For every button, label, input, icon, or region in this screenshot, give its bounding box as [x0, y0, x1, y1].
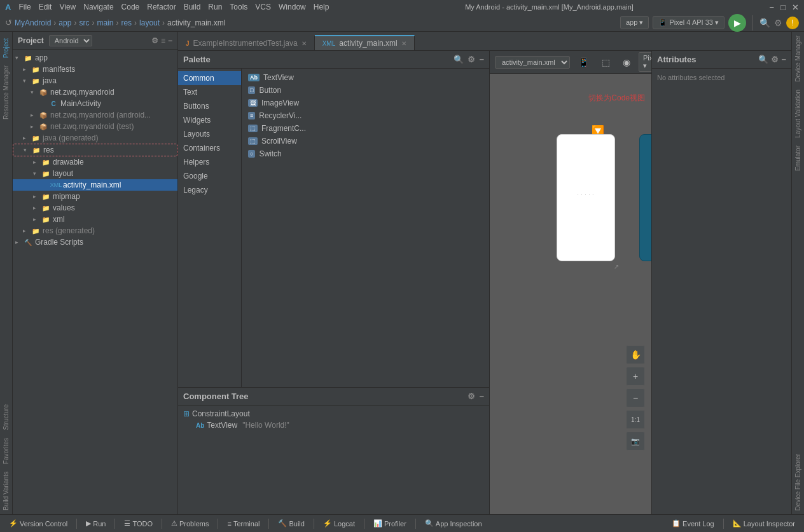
device-dropdown[interactable]: 📱 Pixel 4 API 33 ▾: [653, 16, 724, 29]
palette-search-icon[interactable]: 🔍: [454, 55, 464, 64]
design-toolbar-render-icon[interactable]: ◉: [618, 55, 635, 69]
attr-minimize-icon[interactable]: −: [781, 55, 786, 64]
menu-help[interactable]: Help: [314, 3, 329, 12]
notifications-icon[interactable]: !: [786, 17, 799, 29]
tree-item-activity-main-xml[interactable]: ▸ XML activity_main.xml: [13, 179, 177, 191]
screenshot-btn[interactable]: 📷: [626, 432, 645, 451]
tab-activity-main[interactable]: XML activity_main.xml ✕: [315, 35, 415, 50]
tree-item-gradle[interactable]: ▸ 🔨 Gradle Scripts: [13, 236, 177, 248]
bottom-version-control[interactable]: ⚡ Version Control: [5, 518, 71, 529]
comp-tree-textview[interactable]: Ab TextView "Hello World!": [183, 419, 484, 431]
palette-cat-buttons[interactable]: Buttons: [178, 99, 241, 113]
palette-minimize-icon[interactable]: −: [479, 55, 484, 64]
palette-item-button[interactable]: □ Button: [244, 84, 487, 97]
menu-view[interactable]: View: [59, 3, 76, 12]
palette-settings-icon[interactable]: ⚙: [468, 55, 475, 64]
run-button[interactable]: ▶: [728, 14, 746, 32]
zoom-in-btn[interactable]: +: [626, 367, 645, 386]
collapse-icon[interactable]: −: [168, 36, 172, 45]
palette-item-switch[interactable]: ○ Switch: [244, 147, 487, 160]
minimize-btn[interactable]: −: [770, 3, 775, 12]
bottom-run[interactable]: ▶ Run: [82, 518, 109, 529]
palette-item-scrollview[interactable]: ⬚ ScrollView: [244, 135, 487, 147]
menu-run[interactable]: Run: [208, 3, 222, 12]
tab-close-btn-2[interactable]: ✕: [401, 40, 406, 47]
device-file-explorer-toggle[interactable]: Device File Explorer: [793, 450, 803, 514]
menu-file[interactable]: File: [18, 3, 31, 12]
tree-item-res-generated[interactable]: ▸ 📁 res (generated): [13, 225, 177, 236]
comp-tree-settings-icon[interactable]: ⚙: [468, 392, 475, 401]
menu-edit[interactable]: Edit: [39, 3, 52, 12]
cog-icon[interactable]: ⚙: [151, 36, 158, 45]
tree-item-java[interactable]: ▾ 📁 java: [13, 75, 177, 86]
palette-cat-helpers[interactable]: Helpers: [178, 155, 241, 169]
back-icon[interactable]: ↺: [5, 18, 12, 27]
menu-tools[interactable]: Tools: [230, 3, 247, 12]
bottom-todo[interactable]: ☰ TODO: [120, 518, 156, 529]
tab-example-test[interactable]: J ExampleInstrumentedTest.java ✕: [178, 36, 315, 50]
tree-item-values[interactable]: ▸ 📁 values: [13, 202, 177, 214]
search-icon[interactable]: 🔍: [759, 18, 770, 28]
panel-header-actions[interactable]: ⚙ ≡ −: [151, 36, 172, 45]
palette-cat-containers[interactable]: Containers: [178, 141, 241, 155]
tree-item-package-android[interactable]: ▸ 📦 net.zwq.myandroid (android...: [13, 109, 177, 121]
breadcrumb-main[interactable]: main: [97, 18, 113, 27]
project-panel-toggle[interactable]: Project: [1, 34, 11, 62]
breadcrumb-src[interactable]: src: [79, 18, 89, 27]
menu-vcs[interactable]: VCS: [255, 3, 271, 12]
tree-item-mipmap[interactable]: ▸ 📁 mipmap: [13, 191, 177, 202]
palette-cat-widgets[interactable]: Widgets: [178, 113, 241, 127]
bottom-terminal[interactable]: ≡ Terminal: [223, 519, 263, 529]
breadcrumb-file[interactable]: activity_main.xml: [167, 18, 225, 27]
bottom-logcat[interactable]: ⚡ Logcat: [319, 518, 359, 529]
layout-validation-toggle[interactable]: Layout Validation: [793, 86, 803, 142]
project-scope-dropdown[interactable]: Android: [49, 35, 92, 46]
device-selector[interactable]: Pixel ▾: [639, 52, 651, 72]
window-controls[interactable]: − □ ✕: [770, 3, 799, 12]
attr-settings-icon[interactable]: ⚙: [771, 55, 779, 64]
tree-item-drawable[interactable]: ▸ 📁 drawable: [13, 156, 177, 168]
pan-mode-btn[interactable]: ✋: [626, 345, 645, 364]
attributes-actions[interactable]: 🔍 ⚙ −: [758, 55, 786, 64]
toolbar-actions[interactable]: app ▾ 📱 Pixel 4 API 33 ▾ ▶ 🔍 ⚙ !: [620, 14, 799, 32]
settings-icon[interactable]: ⚙: [774, 18, 782, 28]
tree-item-package-main[interactable]: ▾ 📦 net.zwq.myandroid: [13, 86, 177, 98]
attr-search-icon[interactable]: 🔍: [758, 55, 768, 64]
structure-toggle[interactable]: Structure: [1, 400, 11, 434]
resource-manager-toggle[interactable]: Resource Manager: [1, 62, 11, 123]
palette-cat-layouts[interactable]: Layouts: [178, 127, 241, 141]
menu-window[interactable]: Window: [279, 3, 306, 12]
breadcrumb-app[interactable]: app: [59, 18, 71, 27]
tree-item-xml[interactable]: ▸ 📁 xml: [13, 214, 177, 225]
tree-item-res[interactable]: ▾ 📁 res: [13, 144, 177, 156]
comp-tree-constraint-layout[interactable]: ⊞ ConstraintLayout: [183, 408, 484, 419]
zoom-out-btn[interactable]: −: [626, 388, 645, 407]
tree-item-app[interactable]: ▾ 📁 app: [13, 52, 177, 64]
palette-cat-common[interactable]: Common: [178, 71, 241, 85]
title-bar-menus[interactable]: A File Edit View Navigate Code Refactor …: [5, 3, 329, 12]
bottom-problems[interactable]: ⚠ Problems: [167, 518, 212, 529]
palette-cat-legacy[interactable]: Legacy: [178, 183, 241, 197]
close-btn[interactable]: ✕: [792, 3, 799, 12]
palette-header-actions[interactable]: 🔍 ⚙ −: [454, 55, 484, 64]
palette-cat-google[interactable]: Google: [178, 169, 241, 183]
design-toolbar-blueprint-icon[interactable]: ⬚: [597, 55, 614, 69]
palette-item-imageview[interactable]: 🖼 ImageView: [244, 97, 487, 109]
tree-item-java-generated[interactable]: ▸ 📁 java (generated): [13, 132, 177, 144]
breadcrumb-layout[interactable]: layout: [139, 18, 160, 27]
menu-navigate[interactable]: Navigate: [83, 3, 113, 12]
bottom-layout-inspector[interactable]: 📐 Layout Inspector: [729, 518, 799, 529]
bottom-profiler[interactable]: 📊 Profiler: [370, 518, 410, 529]
tree-item-layout[interactable]: ▾ 📁 layout: [13, 168, 177, 179]
emulator-toggle[interactable]: Emulator: [793, 142, 803, 175]
tree-item-mainactivity[interactable]: ▸ C MainActivity: [13, 98, 177, 109]
palette-item-textview[interactable]: Ab TextView: [244, 71, 487, 84]
tree-item-manifests[interactable]: ▸ 📁 manifests: [13, 64, 177, 75]
file-selector[interactable]: activity_main.xml: [495, 56, 570, 69]
build-variants-toggle[interactable]: Build Variants: [1, 468, 11, 514]
maximize-btn[interactable]: □: [780, 3, 786, 12]
breadcrumb-res[interactable]: res: [121, 18, 132, 27]
bottom-app-inspection[interactable]: 🔍 App Inspection: [421, 518, 486, 529]
menu-refactor[interactable]: Refactor: [147, 3, 176, 12]
comp-tree-minimize-icon[interactable]: −: [479, 392, 484, 401]
